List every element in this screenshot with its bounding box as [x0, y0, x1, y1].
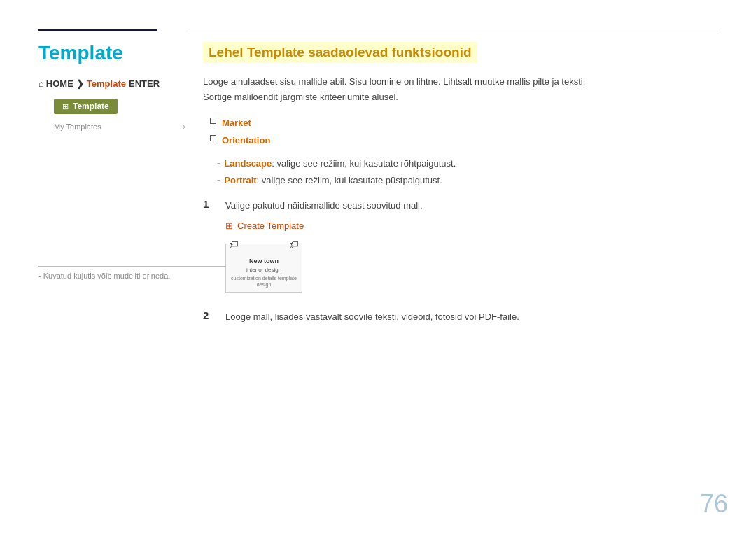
section-title: Lehel Template saadaolevad funktsioonid: [203, 42, 477, 63]
create-template-icon: ⊞: [225, 220, 233, 231]
bullet-square-icon: [210, 118, 216, 124]
market-label: Market: [222, 115, 251, 132]
step1-text: Valige pakutud näidismallide seast soovi…: [225, 198, 423, 213]
left-divider: [38, 266, 231, 267]
sub-dash-2: -: [217, 172, 220, 190]
orientation-label: Orientation: [222, 132, 270, 150]
breadcrumb-home-label: HOME: [46, 78, 74, 89]
breadcrumb-separator: ❯: [76, 78, 84, 89]
step1-number: 1: [203, 198, 217, 210]
left-panel: Template ⌂ HOME ❯ Template ENTER ⊞ Templ…: [38, 42, 206, 132]
bullet-list: Market Orientation: [210, 115, 728, 149]
my-templates-row[interactable]: My Templates ›: [38, 121, 206, 132]
step2-row: 2 Looge mall, lisades vastavalt soovile …: [203, 309, 728, 325]
create-template-link[interactable]: ⊞ Create Template: [225, 220, 728, 231]
bullet-market: Market: [210, 115, 728, 132]
template-tag-right-icon: 🏷: [289, 239, 299, 250]
breadcrumb-current[interactable]: Template: [87, 78, 126, 89]
landscape-text: Landscape: valige see režiim, kui kasuta…: [224, 155, 456, 173]
landscape-desc: : valige see režiim, kui kasutate rõhtpa…: [272, 158, 456, 169]
top-line-right: [189, 31, 718, 31]
template-preview-area: 🏷 🏷 New town interior design customizati…: [225, 244, 728, 293]
nav-arrow-icon: ›: [183, 121, 186, 132]
step2-text: Looge mall, lisades vastavalt soovile te…: [225, 309, 519, 325]
left-note: - Kuvatud kujutis võib mudeliti erineda.: [38, 272, 170, 280]
landscape-label: Landscape: [224, 158, 272, 169]
intro-text-block: Looge ainulaadset sisu mallide abil. Sis…: [203, 74, 728, 105]
breadcrumb-enter: ENTER: [129, 78, 160, 89]
home-icon: ⌂: [38, 78, 44, 89]
page-title: Template: [38, 42, 206, 64]
sub-bullet-portrait: - Portrait: valige see režiim, kui kasut…: [217, 172, 728, 190]
breadcrumb: ⌂ HOME ❯ Template ENTER: [38, 78, 206, 89]
portrait-desc: : valige see režiim, kui kasutate püstpa…: [257, 175, 442, 185]
page-number: 76: [700, 489, 728, 519]
template-nav-icon: ⊞: [62, 102, 69, 111]
create-template-text: Create Template: [237, 220, 304, 231]
top-line-left: [38, 29, 158, 31]
my-templates-label: My Templates: [54, 122, 102, 131]
template-card-title: New town: [249, 257, 279, 266]
breadcrumb-home: ⌂ HOME: [38, 78, 74, 89]
sub-bullet-list: - Landscape: valige see režiim, kui kasu…: [217, 155, 728, 190]
nav-item-container: ⊞ Template: [38, 99, 206, 115]
portrait-text: Portrait: valige see režiim, kui kasutat…: [224, 172, 442, 190]
nav-item-template[interactable]: ⊞ Template: [54, 99, 118, 114]
sub-bullet-landscape: - Landscape: valige see režiim, kui kasu…: [217, 155, 728, 173]
bullet-orientation: Orientation: [210, 132, 728, 150]
portrait-label: Portrait: [224, 175, 256, 185]
template-tag-left-icon: 🏷: [229, 239, 239, 250]
intro-line2: Sortige maliloendit järgmiste kriteerium…: [203, 92, 398, 102]
template-card-desc: customization details template design: [226, 275, 302, 288]
sub-dash-1: -: [217, 155, 220, 173]
intro-line1: Looge ainulaadset sisu mallide abil. Sis…: [203, 76, 585, 87]
template-card-subtitle: interior design: [246, 266, 281, 274]
step2-number: 2: [203, 309, 217, 321]
nav-item-label: Template: [73, 101, 109, 111]
template-card[interactable]: 🏷 🏷 New town interior design customizati…: [225, 244, 302, 293]
step1-row: 1 Valige pakutud näidismallide seast soo…: [203, 198, 728, 213]
right-panel: Lehel Template saadaolevad funktsioonid …: [203, 42, 728, 325]
bullet-square-icon-2: [210, 135, 216, 141]
